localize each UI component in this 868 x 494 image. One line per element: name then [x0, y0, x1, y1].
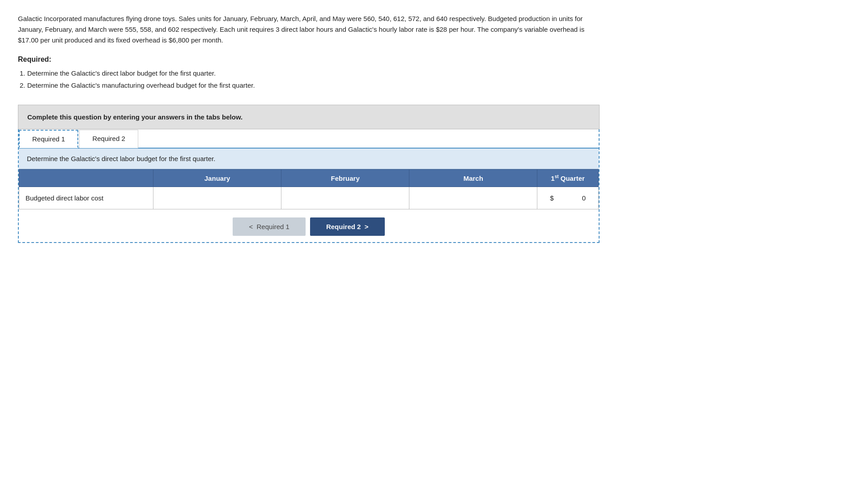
req1-button-label: Required 1 [257, 223, 289, 230]
january-input[interactable] [153, 191, 281, 205]
january-input-cell[interactable] [153, 187, 281, 209]
req2-arrow-icon: > [365, 223, 369, 230]
col-header-january: January [153, 170, 281, 187]
row-label-budgeted-labor: Budgeted direct labor cost [19, 187, 153, 209]
complete-box: Complete this question by entering your … [18, 105, 600, 129]
tabs-container: Required 1 Required 2 Determine the Gala… [18, 129, 600, 243]
budget-table: January February March 1st Quarter Budge… [19, 169, 599, 209]
next-required-2-button[interactable]: Required 2 > [310, 217, 385, 236]
problem-text: Galactic Incorporated manufactures flyin… [18, 13, 600, 46]
requirement-1: 1. Determine the Galactic's direct labor… [20, 67, 850, 79]
table-row: Budgeted direct labor cost $ 0 [19, 187, 599, 209]
col-header-quarter: 1st Quarter [537, 170, 599, 187]
quarter-cell: $ 0 [537, 187, 599, 209]
nav-buttons: < Required 1 Required 2 > [19, 209, 599, 242]
requirements-list: 1. Determine the Galactic's direct labor… [18, 67, 850, 91]
march-input[interactable] [409, 191, 537, 205]
tab-required-2[interactable]: Required 2 [79, 130, 138, 148]
tab-content: Determine the Galactic's direct labor bu… [19, 149, 599, 242]
tab-description: Determine the Galactic's direct labor bu… [19, 149, 599, 169]
col-header-label [19, 170, 153, 187]
req2-button-label: Required 2 [326, 223, 361, 230]
february-input[interactable] [281, 191, 409, 205]
col-header-march: March [409, 170, 537, 187]
quarter-dollar-sign: $ [550, 194, 553, 202]
prev-required-1-button[interactable]: < Required 1 [233, 217, 306, 236]
req1-arrow-icon: < [249, 223, 253, 230]
march-input-cell[interactable] [409, 187, 537, 209]
col-header-february: February [281, 170, 409, 187]
complete-box-text: Complete this question by entering your … [27, 113, 243, 121]
required-heading: Required: [18, 55, 850, 64]
february-input-cell[interactable] [281, 187, 409, 209]
tabs-row: Required 1 Required 2 [19, 129, 599, 149]
quarter-value: 0 [582, 194, 586, 202]
tab-required-1[interactable]: Required 1 [19, 130, 78, 148]
requirement-2: 2. Determine the Galactic's manufacturin… [20, 79, 850, 91]
